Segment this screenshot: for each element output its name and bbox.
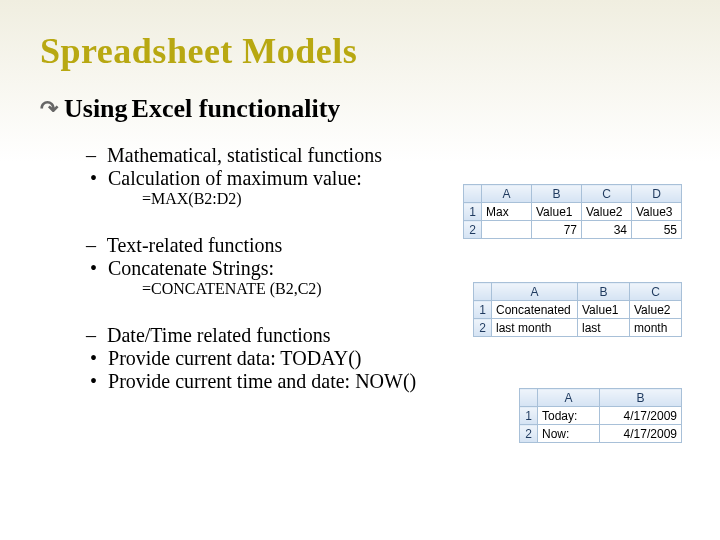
bullet-text: Calculation of maximum value: [108,167,362,189]
row-header: 2 [520,425,538,443]
bullet-text: Provide current time and date: NOW() [108,370,416,392]
slide-title: Spreadsheet Models [40,30,680,72]
cell: 4/17/2009 [600,407,682,425]
subtitle-strong: Using [64,94,128,124]
cell: Max [482,203,532,221]
row-header: 2 [474,319,492,337]
col-header: A [492,283,578,301]
dash-icon: – [86,144,96,166]
col-header: D [632,185,682,203]
section-bullet: • Concatenate Strings: [90,257,680,280]
cell: Now: [538,425,600,443]
dot-icon: • [90,347,97,369]
dot-icon: • [90,370,97,392]
excel-snippet-max: A B C D 1 Max Value1 Value2 Value3 2 77 … [463,184,682,239]
col-header: B [578,283,630,301]
corner-cell [520,389,538,407]
cell: 34 [582,221,632,239]
dot-icon: • [90,257,97,279]
col-header: B [532,185,582,203]
cell: Today: [538,407,600,425]
heading-text: Date/Time related functions [107,324,331,346]
heading-text: Mathematical, statistical functions [107,144,382,166]
row-header: 1 [474,301,492,319]
subtitle-rest: Excel functionality [132,94,341,124]
excel-snippet-concat: A B C 1 Concatenated Value1 Value2 2 las… [473,282,682,337]
section-heading: – Mathematical, statistical functions [86,144,680,167]
dash-icon: – [86,324,96,346]
corner-cell [464,185,482,203]
row-header: 1 [520,407,538,425]
cell: last month [492,319,578,337]
excel-snippet-date: A B 1 Today: 4/17/2009 2 Now: 4/17/2009 [519,388,682,443]
bullet-icon: ↷ [40,96,58,122]
col-header: C [630,283,682,301]
cell: 77 [532,221,582,239]
cell: last [578,319,630,337]
corner-cell [474,283,492,301]
cell: month [630,319,682,337]
heading-text: Text-related functions [107,234,283,256]
cell: Value3 [632,203,682,221]
col-header: C [582,185,632,203]
bullet-text: Concatenate Strings: [108,257,274,279]
cell: Value2 [630,301,682,319]
cell: Value2 [582,203,632,221]
cell: 55 [632,221,682,239]
section-bullet: • Provide current data: TODAY() [90,347,680,370]
col-header: A [538,389,600,407]
dot-icon: • [90,167,97,189]
row-header: 1 [464,203,482,221]
cell [482,221,532,239]
cell: Value1 [532,203,582,221]
row-header: 2 [464,221,482,239]
cell: Concatenated [492,301,578,319]
col-header: B [600,389,682,407]
cell: Value1 [578,301,630,319]
dash-icon: – [86,234,96,256]
col-header: A [482,185,532,203]
cell: 4/17/2009 [600,425,682,443]
bullet-text: Provide current data: TODAY() [108,347,361,369]
slide-subtitle: ↷ Using Excel functionality [40,94,680,124]
